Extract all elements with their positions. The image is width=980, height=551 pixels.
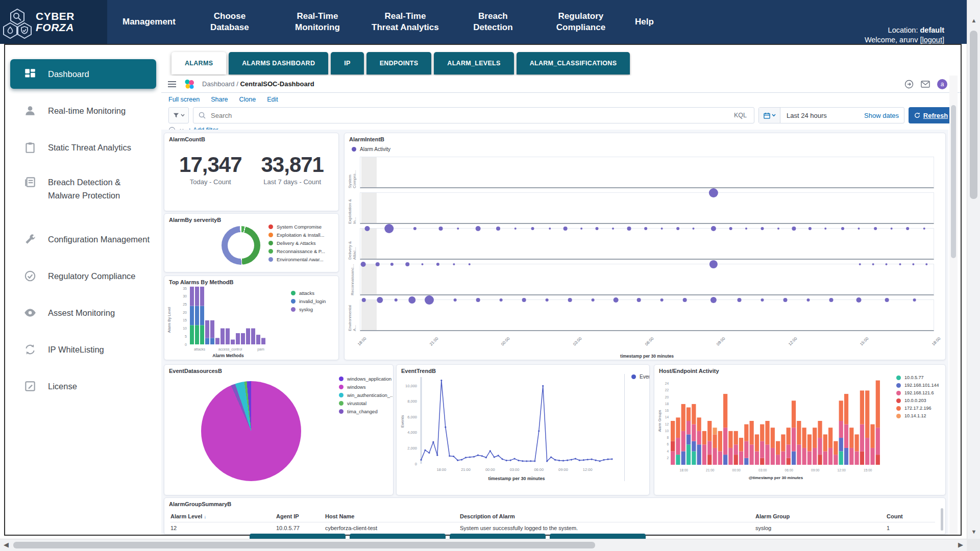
event-trend-line-chart[interactable]: 02,0004,0006,0008,00010,000Events18:0021…	[398, 373, 618, 491]
table-scrollbar[interactable]	[941, 508, 943, 531]
kibana-logo-icon[interactable]	[184, 79, 195, 90]
legend-item[interactable]: virustotal	[339, 400, 394, 406]
legend-item[interactable]: Reconnaissance & P...	[268, 248, 325, 254]
sidebar-item-real-time[interactable]: Real-time Monitoring	[10, 96, 156, 126]
legend-item[interactable]: System Compromise	[268, 224, 325, 230]
kql-button[interactable]: KQL	[732, 112, 749, 119]
tab-alarms[interactable]: ALARMS	[172, 52, 226, 74]
tab-alarm-levels[interactable]: ALARM_LEVELS	[434, 52, 513, 74]
legend-item[interactable]: 192.168.101.144	[896, 383, 939, 388]
legend-item[interactable]: Delivery & Attacks	[268, 240, 325, 246]
panel-host-endpoint: Host/Endpoint Activity 24681012141618202…	[654, 364, 946, 495]
scroll-up-arrow[interactable]: ▲	[967, 17, 980, 23]
nav-item-real-time-threat-analytics[interactable]: Real-Time Threat Analytics	[372, 11, 439, 33]
column-header-count[interactable]: Count	[887, 513, 927, 519]
kibana-scrollbar[interactable]	[949, 76, 958, 535]
legend-item[interactable]: Environmental Awar...	[268, 257, 325, 262]
vertical-scrollbar[interactable]: ▲ ▼	[967, 0, 980, 539]
sidebar-item-static[interactable]: Static Threat Analytics	[10, 133, 156, 162]
datasources-pie-chart[interactable]	[201, 381, 301, 481]
column-header-description-of-alarm[interactable]: Description of Alarm	[460, 513, 755, 519]
bottom-tab-stub[interactable]	[550, 534, 646, 539]
bottom-tab-stub[interactable]	[350, 534, 446, 539]
legend-item[interactable]: Exploitation & Install...	[268, 232, 325, 238]
tab-alarm-classifications[interactable]: ALARM_CLASSIFICATIONS	[517, 52, 630, 74]
refresh-button[interactable]: Refresh	[909, 107, 953, 123]
nav-item-management[interactable]: Management	[122, 16, 176, 28]
legend-item[interactable]: invalid_login	[291, 298, 326, 304]
user-avatar[interactable]: a	[937, 79, 947, 89]
share-icon[interactable]	[904, 80, 914, 89]
nav-item-regulatory-compliance[interactable]: Regulatory Compliance	[547, 11, 615, 33]
search-box[interactable]: KQL	[193, 107, 754, 123]
brand-line2: FORZA	[36, 22, 75, 33]
nav-item-real-time-monitoring[interactable]: Real-Time Monitoring	[284, 11, 351, 33]
column-header-alarm-level[interactable]: Alarm Level↓	[170, 513, 276, 519]
host-activity-bar-chart[interactable]: 24681012141618202224Alarm Groups18:0021:…	[656, 373, 892, 491]
mail-icon[interactable]	[921, 81, 930, 88]
severity-donut-chart[interactable]	[222, 226, 260, 265]
sidebar-item-breach[interactable]: Breach Detection & Malware Protection	[10, 169, 156, 217]
legend-item[interactable]: 10.14.1.12	[896, 413, 939, 418]
column-header-host-name[interactable]: Host Name	[325, 513, 460, 519]
logout-link[interactable]: [logout]	[920, 36, 944, 44]
action-edit[interactable]: Edit	[267, 96, 278, 103]
action-clone[interactable]: Clone	[239, 96, 256, 103]
sidebar-item-license[interactable]: License	[10, 371, 156, 401]
legend-item[interactable]: attacks	[291, 290, 326, 296]
nav-item-choose-database[interactable]: Choose Database	[196, 11, 263, 33]
show-dates-link[interactable]: Show dates	[864, 112, 899, 119]
svg-text:24: 24	[665, 382, 669, 385]
legend-item[interactable]: 10.0.5.77	[896, 375, 939, 380]
sidebar-item-regulatory[interactable]: Regulatory Compliance	[10, 261, 156, 291]
scroll-left-arrow[interactable]: ◀	[4, 541, 9, 548]
metric-label: Today - Count	[179, 178, 241, 186]
calendar-button[interactable]	[759, 108, 780, 123]
legend-item[interactable]: windows	[339, 384, 394, 390]
legend-item[interactable]: 10.0.0.203	[896, 398, 939, 403]
x-tick: 18:00	[357, 336, 368, 347]
sidebar-item-ip[interactable]: IP WhiteListing	[10, 335, 156, 364]
panel-top-alarms: Top Alarms By MethodB 05101520253035Alar…	[164, 276, 339, 360]
sort-arrow-icon[interactable]: ↓	[204, 514, 206, 519]
legend-item[interactable]: 192.168.121.6	[896, 390, 939, 395]
vertical-scroll-thumb[interactable]	[970, 31, 977, 199]
legend-item[interactable]: win_authentication_...	[339, 392, 394, 398]
horizontal-scrollbar[interactable]: ◀ ▶	[0, 539, 967, 551]
tab-endpoints[interactable]: ENDPOINTS	[366, 52, 432, 74]
scroll-down-arrow[interactable]: ▼	[967, 529, 980, 535]
svg-text:Alarm By Level: Alarm By Level	[167, 307, 172, 333]
svg-text:03:00: 03:00	[758, 468, 767, 472]
svg-text:20: 20	[665, 395, 669, 399]
legend-item[interactable]: Events	[631, 374, 650, 380]
column-header-agent-ip[interactable]: Agent IP	[276, 513, 325, 519]
filter-dropdown-button[interactable]	[168, 107, 189, 123]
action-share[interactable]: Share	[211, 96, 228, 103]
top-alarms-bar-chart[interactable]: 05101520253035Alarm By Levelattacksacces…	[164, 284, 286, 359]
bottom-tab-stub[interactable]	[450, 534, 546, 539]
legend-item[interactable]: tima_changed	[339, 409, 394, 414]
sidebar-item-dashboard[interactable]: Dashboard	[10, 59, 156, 89]
legend-item[interactable]: syslog	[291, 307, 326, 312]
scroll-right-arrow[interactable]: ▶	[958, 541, 963, 548]
tab-alarms-dashboard[interactable]: ALARMS DASHBOARD	[229, 52, 328, 74]
hamburger-menu-icon[interactable]	[167, 80, 177, 88]
tab-ip[interactable]: IP	[331, 52, 363, 74]
nav-item-help[interactable]: Help	[635, 16, 654, 28]
time-range-value[interactable]: Last 24 hours	[787, 112, 827, 119]
column-header-alarm-group[interactable]: Alarm Group	[755, 513, 887, 519]
legend-item[interactable]: 172.17.2.196	[896, 406, 939, 411]
breadcrumb-section[interactable]: Dashboard	[202, 80, 235, 88]
dashboard-grid-icon	[23, 67, 37, 81]
table-row[interactable]: 1210.0.5.77cyberforza-client-testSystem …	[170, 522, 935, 534]
sidebar-item-assest[interactable]: Assest Monitoring	[10, 298, 156, 328]
legend-item[interactable]: windows_application	[339, 376, 394, 382]
breadcrumb[interactable]: Dashboard / CentralSOC-Dashboard	[202, 80, 314, 88]
sidebar-item-configuration[interactable]: Configuration Management	[10, 224, 156, 254]
action-full-screen[interactable]: Full screen	[168, 96, 200, 103]
bottom-tab-stub[interactable]	[250, 534, 346, 539]
location-label: Location:	[888, 26, 918, 34]
search-input[interactable]	[210, 111, 732, 120]
nav-item-breach-detection[interactable]: Breach Detection	[459, 11, 527, 33]
horizontal-scroll-thumb[interactable]	[13, 542, 595, 548]
